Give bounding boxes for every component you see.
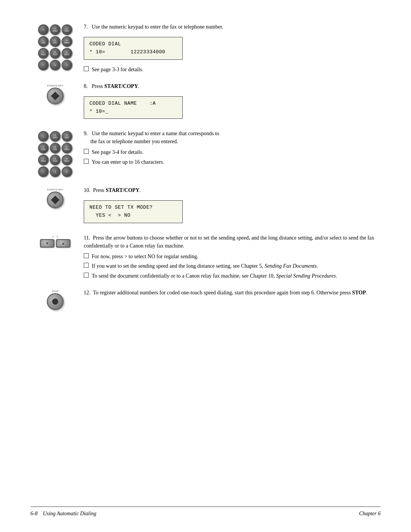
step-8-text: 8. Press START/COPY. CODED DIAL NAME :A … xyxy=(80,82,381,123)
bullet-item-9b: You can enter up to 16 characters. xyxy=(84,158,381,166)
key-hash-b: # xyxy=(62,166,72,177)
step-11-main-text: 11. Press the arrow buttons to choose wh… xyxy=(84,234,381,250)
key-7b: 7PRS xyxy=(38,155,49,165)
step-8-number: 8. xyxy=(84,83,88,89)
step-11-icon-col: < > ▼ ▲ xyxy=(30,234,80,248)
stop-button-container: STOP xyxy=(47,290,64,310)
footer-section-title: Using Automatic Dialing xyxy=(43,511,97,516)
step-11-number: 11. xyxy=(84,235,90,241)
key-9b: 9WXY xyxy=(62,155,72,165)
lcd-2-line1: CODED DIAL NAME :A xyxy=(89,100,177,108)
lcd-display-3: NEED TO SET TX MODE? YES < > NO xyxy=(84,200,183,223)
diamond-button-2[interactable] xyxy=(47,192,64,208)
arrow-right-btn[interactable]: ▲ xyxy=(56,239,70,248)
diamond-inner-1 xyxy=(51,92,60,101)
step-9-text: 9. Use the numeric keypad to enter a nam… xyxy=(80,129,381,168)
key-hash: # xyxy=(62,60,72,70)
checkbox-icon-11a xyxy=(84,253,89,258)
step-7-number: 7. xyxy=(84,24,88,30)
key-1b: 1 xyxy=(38,131,49,142)
lcd-3-line1: NEED TO SET TX MODE? xyxy=(89,204,177,212)
start-copy-text-1: START/COPY xyxy=(104,83,138,89)
diamond-button-1[interactable] xyxy=(47,88,64,104)
step-11-bullets: For now, press > to select NO for regula… xyxy=(84,253,381,280)
checkbox-icon-11b xyxy=(84,263,89,268)
start-copy-text-2: START/COPY xyxy=(106,187,140,193)
bullet-text-11a: For now, press > to select NO for regula… xyxy=(92,253,198,260)
step-8-main-text: 8. Press START/COPY. xyxy=(84,82,381,90)
key-8: 8TUV xyxy=(50,48,61,59)
bullet-text-9b: You can enter up to 16 characters. xyxy=(92,158,164,166)
key-2: 2ABC xyxy=(50,24,61,35)
bullet-text-11c: To send the document confidentially or t… xyxy=(92,272,337,280)
bullet-item-9a: See page 3-4 for details. xyxy=(84,149,381,156)
checkbox-icon-9b xyxy=(84,159,89,164)
step-7-row: 1 2ABC 3DEF 4GHI 5JKL 6MNO 7PRS 8TUV 9WX… xyxy=(30,23,381,75)
bullet-text: See page 3-3 for details. xyxy=(92,66,143,73)
step-12-number: 12. xyxy=(84,290,91,296)
start-copy-button-2: START/COPY xyxy=(47,189,64,208)
step-11-row: < > ▼ ▲ 11. Press the arrow buttons to c… xyxy=(30,234,381,282)
key-3: 3DEF xyxy=(62,24,72,35)
lcd-display-1: CODED DIAL * 10= 12223334000 xyxy=(84,37,183,60)
key-star: * xyxy=(38,60,49,70)
key-9: 9WXY xyxy=(62,48,72,59)
diamond-inner-2 xyxy=(51,196,60,204)
arrow-label: < > xyxy=(52,235,58,238)
step-9-bullets: See page 3-4 for details. You can enter … xyxy=(84,149,381,166)
step-10-main-text: 10. Press START/COPY. xyxy=(84,186,381,194)
step-12-icon-col: STOP xyxy=(30,289,80,310)
checkbox-icon-9a xyxy=(84,149,89,154)
footer-right: Chapter 6 xyxy=(359,511,381,517)
keypad-icon-1: 1 2ABC 3DEF 4GHI 5JKL 6MNO 7PRS 8TUV 9WX… xyxy=(38,24,72,70)
step-9-row: 1 2ABC 3DEF 4GHI 5JKL 6MNO 7PRS 8TUV 9WX… xyxy=(30,129,381,179)
bullet-item-11b: If you want to set the sending speed and… xyxy=(84,262,381,270)
start-copy-label-2: START/COPY xyxy=(47,189,64,191)
start-copy-button-1: START/COPY xyxy=(47,85,64,104)
step-12-row: STOP 12. To register additional numbers … xyxy=(30,289,381,310)
footer-page-number: 6-8 xyxy=(30,511,38,516)
key-5b: 5JKL xyxy=(50,143,61,153)
stop-button[interactable] xyxy=(47,293,64,310)
page: 1 2ABC 3DEF 4GHI 5JKL 6MNO 7PRS 8TUV 9WX… xyxy=(0,0,411,532)
arrow-section: < > ▼ ▲ xyxy=(40,235,70,248)
arrow-left-btn[interactable]: ▼ xyxy=(40,239,54,248)
lcd-display-2: CODED DIAL NAME :A * 10=_ xyxy=(84,96,183,119)
bullet-text-11b: If you want to set the sending speed and… xyxy=(92,262,318,270)
step-12-text: 12. To register additional numbers for c… xyxy=(80,289,381,300)
bullet-item: See page 3-3 for details. xyxy=(84,66,381,73)
stop-inner xyxy=(52,299,58,305)
key-3b: 3DEF xyxy=(62,131,72,142)
start-copy-label-1: START/COPY xyxy=(47,85,64,87)
step-7-icon-col: 1 2ABC 3DEF 4GHI 5JKL 6MNO 7PRS 8TUV 9WX… xyxy=(30,23,80,73)
stop-text: STOP xyxy=(352,290,366,296)
key-4: 4GHI xyxy=(38,36,49,47)
bullet-item-11c: To send the document confidentially or t… xyxy=(84,272,381,280)
bullet-item-11a: For now, press > to select NO for regula… xyxy=(84,253,381,260)
step-9-number: 9. xyxy=(84,131,88,136)
step-11-text: 11. Press the arrow buttons to choose wh… xyxy=(80,234,381,282)
step-9-icon-col: 1 2ABC 3DEF 4GHI 5JKL 6MNO 7PRS 8TUV 9WX… xyxy=(30,129,80,179)
bullet-text-9a: See page 3-4 for details. xyxy=(92,149,143,156)
step-10-icon-col: START/COPY xyxy=(30,186,80,208)
step-7-main-text: 7. Use the numeric keypad to enter the f… xyxy=(84,23,381,31)
lcd-2-line2: * 10=_ xyxy=(89,108,177,116)
key-1: 1 xyxy=(38,24,49,35)
italic-text-11b: Sending Fax Documents xyxy=(264,263,317,269)
key-star-b: * xyxy=(38,166,49,177)
step-7-bullets: See page 3-3 for details. xyxy=(84,66,381,73)
key-6b: 6MNO xyxy=(62,143,72,153)
keypad-icon-2: 1 2ABC 3DEF 4GHI 5JKL 6MNO 7PRS 8TUV 9WX… xyxy=(38,131,72,177)
step-9-main-text: 9. Use the numeric keypad to enter a nam… xyxy=(84,129,381,145)
arrow-buttons: ▼ ▲ xyxy=(40,239,70,248)
step-7-text: 7. Use the numeric keypad to enter the f… xyxy=(80,23,381,75)
step-8-icon-col: START/COPY xyxy=(30,82,80,104)
key-4b: 4GHI xyxy=(38,143,49,153)
key-6: 6MNO xyxy=(62,36,72,47)
stop-label: STOP xyxy=(52,290,59,292)
step-10-text: 10. Press START/COPY. NEED TO SET TX MOD… xyxy=(80,186,381,227)
step-10-row: START/COPY 10. Press START/COPY. NEED TO… xyxy=(30,186,381,227)
key-8b: 8TUV xyxy=(50,155,61,165)
key-2b: 2ABC xyxy=(50,131,61,142)
lcd-1-line2: * 10= 12223334000 xyxy=(89,48,177,56)
